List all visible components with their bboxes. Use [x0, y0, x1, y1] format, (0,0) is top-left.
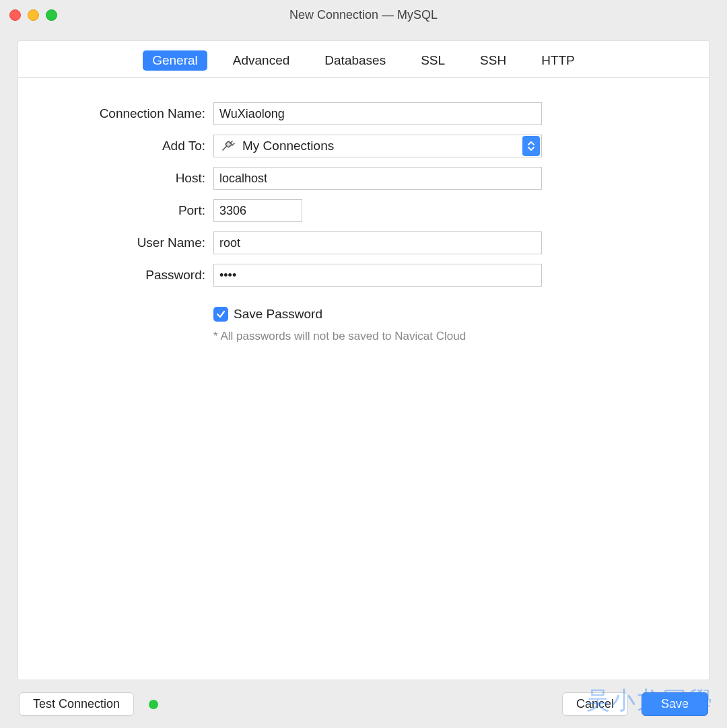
tab-general[interactable]: General: [143, 50, 207, 71]
addto-select[interactable]: My Connections: [213, 135, 542, 157]
chevron-up-down-icon: [522, 136, 540, 156]
content-card: General Advanced Databases SSL SSH HTTP …: [18, 40, 709, 680]
tab-databases[interactable]: Databases: [315, 50, 395, 71]
test-connection-button[interactable]: Test Connection: [19, 692, 134, 716]
tab-bar: General Advanced Databases SSL SSH HTTP: [18, 41, 709, 78]
tab-ssh[interactable]: SSH: [471, 50, 516, 71]
password-input[interactable]: [213, 264, 542, 287]
username-input[interactable]: [213, 231, 542, 254]
connection-name-input[interactable]: [213, 102, 542, 125]
host-label: Host:: [38, 171, 213, 186]
close-window-button[interactable]: [9, 9, 21, 21]
window: New Connection — MySQL General Advanced …: [0, 0, 727, 728]
plug-icon: [221, 140, 236, 152]
tab-ssl[interactable]: SSL: [411, 50, 454, 71]
footer: Test Connection Cancel Save: [0, 686, 727, 728]
form-area: Connection Name: Add To: My Connections: [18, 78, 709, 359]
password-note: * All passwords will not be saved to Nav…: [213, 330, 542, 343]
port-input[interactable]: [213, 199, 302, 222]
connection-status-indicator: [149, 700, 158, 709]
save-password-checkbox[interactable]: [213, 307, 228, 322]
save-password-label: Save Password: [234, 307, 322, 322]
save-button[interactable]: Save: [642, 692, 708, 716]
addto-value: My Connections: [242, 139, 522, 153]
addto-label: Add To:: [38, 139, 213, 153]
host-input[interactable]: [213, 167, 542, 190]
tab-advanced[interactable]: Advanced: [223, 50, 300, 71]
username-label: User Name:: [38, 235, 213, 250]
tab-http[interactable]: HTTP: [532, 50, 584, 71]
window-title: New Connection — MySQL: [0, 8, 727, 22]
connection-name-label: Connection Name:: [38, 106, 213, 121]
password-label: Password:: [38, 268, 213, 283]
titlebar: New Connection — MySQL: [0, 0, 727, 30]
cancel-button[interactable]: Cancel: [562, 692, 628, 716]
traffic-lights: [9, 9, 57, 21]
zoom-window-button[interactable]: [46, 9, 57, 21]
minimize-window-button[interactable]: [28, 9, 39, 21]
port-label: Port:: [38, 203, 213, 218]
